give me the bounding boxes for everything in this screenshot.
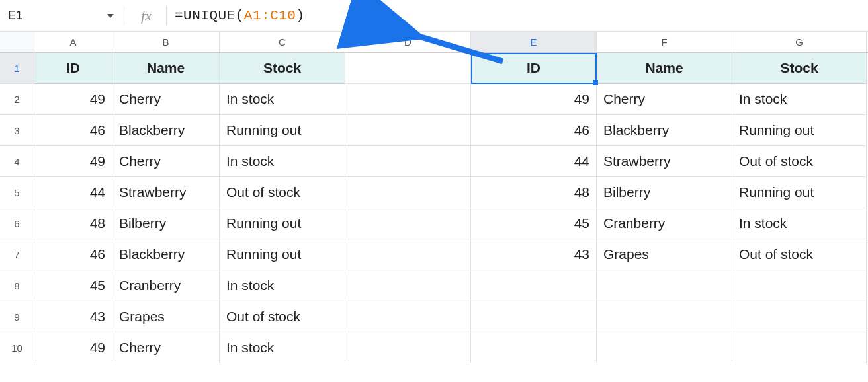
cell-E10[interactable] — [471, 332, 597, 363]
row-2: 2 49 Cherry In stock 49 Cherry In stock — [0, 84, 868, 115]
row-header-5[interactable]: 5 — [0, 177, 34, 208]
cell-A8[interactable]: 45 — [34, 270, 112, 301]
row-3: 3 46 Blackberry Running out 46 Blackberr… — [0, 115, 868, 146]
cell-G9[interactable] — [732, 301, 867, 332]
cell-B6[interactable]: Bilberry — [112, 208, 220, 239]
formula-input[interactable]: =UNIQUE(A1:C10) — [167, 8, 868, 23]
cell-A1[interactable]: ID — [34, 53, 112, 84]
column-header-row: A B C D E F G — [0, 32, 868, 53]
cell-B1[interactable]: Name — [112, 53, 220, 84]
row-header-10[interactable]: 10 — [0, 332, 34, 363]
col-header-B[interactable]: B — [112, 32, 220, 52]
cell-B9[interactable]: Grapes — [112, 301, 220, 332]
row-header-3[interactable]: 3 — [0, 115, 34, 146]
cell-G8[interactable] — [732, 270, 867, 301]
cell-E9[interactable] — [471, 301, 597, 332]
row-header-7[interactable]: 7 — [0, 239, 34, 270]
cell-A2[interactable]: 49 — [34, 84, 112, 115]
cell-A5[interactable]: 44 — [34, 177, 112, 208]
cell-C2[interactable]: In stock — [220, 84, 345, 115]
cell-C5[interactable]: Out of stock — [220, 177, 345, 208]
cell-F9[interactable] — [597, 301, 732, 332]
cell-G4[interactable]: Out of stock — [732, 146, 867, 177]
cell-C1[interactable]: Stock — [220, 53, 345, 84]
name-box[interactable]: E1 — [0, 9, 73, 22]
cell-B2[interactable]: Cherry — [112, 84, 220, 115]
row-header-6[interactable]: 6 — [0, 208, 34, 239]
cell-F10[interactable] — [597, 332, 732, 363]
formula-bar: E1 fx =UNIQUE(A1:C10) — [0, 0, 868, 32]
cell-F6[interactable]: Cranberry — [597, 208, 732, 239]
cell-E5[interactable]: 48 — [471, 177, 597, 208]
cell-E1[interactable]: ID — [471, 53, 597, 84]
cell-G6[interactable]: In stock — [732, 208, 867, 239]
col-header-A[interactable]: A — [34, 32, 112, 52]
cell-E4[interactable]: 44 — [471, 146, 597, 177]
col-header-E[interactable]: E — [471, 32, 597, 52]
col-header-G[interactable]: G — [732, 32, 867, 52]
cell-D1[interactable] — [345, 53, 471, 84]
cell-B10[interactable]: Cherry — [112, 332, 220, 363]
select-all-corner[interactable] — [0, 32, 34, 52]
cell-A6[interactable]: 48 — [34, 208, 112, 239]
cell-B5[interactable]: Strawberry — [112, 177, 220, 208]
cell-F3[interactable]: Blackberry — [597, 115, 732, 146]
cell-G2[interactable]: In stock — [732, 84, 867, 115]
cell-C10[interactable]: In stock — [220, 332, 345, 363]
cell-E6[interactable]: 45 — [471, 208, 597, 239]
cell-D4[interactable] — [345, 146, 471, 177]
fx-icon: fx — [126, 7, 166, 24]
cell-E7[interactable]: 43 — [471, 239, 597, 270]
row-header-2[interactable]: 2 — [0, 84, 34, 115]
row-4: 4 49 Cherry In stock 44 Strawberry Out o… — [0, 146, 868, 177]
cell-F1[interactable]: Name — [597, 53, 732, 84]
cell-C6[interactable]: Running out — [220, 208, 345, 239]
row-5: 5 44 Strawberry Out of stock 48 Bilberry… — [0, 177, 868, 208]
cell-F8[interactable] — [597, 270, 732, 301]
cell-F2[interactable]: Cherry — [597, 84, 732, 115]
row-header-9[interactable]: 9 — [0, 301, 34, 332]
cell-F5[interactable]: Bilberry — [597, 177, 732, 208]
cell-E3[interactable]: 46 — [471, 115, 597, 146]
cell-D2[interactable] — [345, 84, 471, 115]
cell-B7[interactable]: Blackberry — [112, 239, 220, 270]
cell-A7[interactable]: 46 — [34, 239, 112, 270]
cell-D8[interactable] — [345, 270, 471, 301]
row-header-1[interactable]: 1 — [0, 53, 34, 84]
cell-G1[interactable]: Stock — [732, 53, 867, 84]
cell-A3[interactable]: 46 — [34, 115, 112, 146]
cell-E2[interactable]: 49 — [471, 84, 597, 115]
row-header-4[interactable]: 4 — [0, 146, 34, 177]
cell-E8[interactable] — [471, 270, 597, 301]
cell-D5[interactable] — [345, 177, 471, 208]
cell-A4[interactable]: 49 — [34, 146, 112, 177]
cell-D7[interactable] — [345, 239, 471, 270]
cell-B8[interactable]: Cranberry — [112, 270, 220, 301]
cell-D3[interactable] — [345, 115, 471, 146]
col-header-D[interactable]: D — [345, 32, 471, 52]
cell-D9[interactable] — [345, 301, 471, 332]
cell-B3[interactable]: Blackberry — [112, 115, 220, 146]
spreadsheet-grid[interactable]: A B C D E F G 1 ID Name Stock ID Name St… — [0, 32, 868, 363]
col-header-C[interactable]: C — [220, 32, 345, 52]
name-box-dropdown[interactable] — [73, 14, 126, 18]
cell-A9[interactable]: 43 — [34, 301, 112, 332]
cell-C4[interactable]: In stock — [220, 146, 345, 177]
cell-A10[interactable]: 49 — [34, 332, 112, 363]
cell-C8[interactable]: In stock — [220, 270, 345, 301]
cell-G7[interactable]: Out of stock — [732, 239, 867, 270]
cell-C3[interactable]: Running out — [220, 115, 345, 146]
cell-B4[interactable]: Cherry — [112, 146, 220, 177]
row-header-8[interactable]: 8 — [0, 270, 34, 301]
cell-C9[interactable]: Out of stock — [220, 301, 345, 332]
cell-G5[interactable]: Running out — [732, 177, 867, 208]
cell-F7[interactable]: Grapes — [597, 239, 732, 270]
col-header-F[interactable]: F — [597, 32, 732, 52]
cell-C7[interactable]: Running out — [220, 239, 345, 270]
cell-G3[interactable]: Running out — [732, 115, 867, 146]
cell-F4[interactable]: Strawberry — [597, 146, 732, 177]
cell-D10[interactable] — [345, 332, 471, 363]
row-8: 8 45 Cranberry In stock — [0, 270, 868, 301]
cell-G10[interactable] — [732, 332, 867, 363]
cell-D6[interactable] — [345, 208, 471, 239]
